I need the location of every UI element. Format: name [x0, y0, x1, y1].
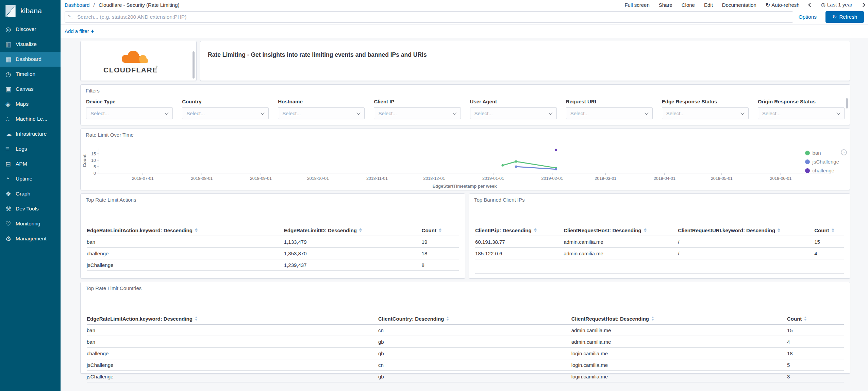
time-range-picker[interactable]: ◷Last 1 year: [821, 2, 852, 8]
time-back-chevron-icon[interactable]: [808, 3, 813, 7]
logo-panel-scrollbar[interactable]: [193, 51, 195, 79]
apm-nodes-icon: ⊟: [5, 160, 16, 168]
x-axis-title: EdgeStartTimestamp per week: [432, 184, 497, 189]
column-header-count[interactable]: Count: [422, 227, 459, 233]
add-filter-plus-icon[interactable]: +: [91, 28, 94, 35]
filters-grid: Device TypeSelect...CountrySelect...Host…: [81, 97, 850, 119]
filter-label-country: Country: [182, 99, 269, 104]
sidebar-item-machine-le[interactable]: ∴Machine Le...: [0, 112, 61, 126]
sort-up-arrow: [359, 228, 362, 230]
top-menu-share[interactable]: Share: [659, 2, 672, 8]
top-menu-full-screen[interactable]: Full screen: [624, 2, 649, 8]
sort-icon: [778, 228, 780, 233]
series-line-ban: [503, 162, 556, 168]
table-cell: admin.camilia.me: [571, 339, 787, 345]
graph-network-icon: ❖: [5, 190, 16, 198]
table-cell: /: [678, 239, 814, 245]
sidebar-item-graph[interactable]: ❖Graph: [0, 186, 61, 201]
table-row: challenge1,353,87018: [87, 248, 459, 259]
x-tick-label: 2019-04-01: [654, 176, 675, 181]
select-placeholder-text: Select...: [570, 111, 589, 116]
table-cell: challenge: [87, 351, 378, 356]
column-header-count[interactable]: Count: [814, 227, 844, 233]
options-link[interactable]: Options: [799, 14, 817, 20]
column-header-clientrequesthost-descending[interactable]: ClientRequestHost: Descending: [571, 316, 787, 322]
panel-cloudflare-logo: CLOUDFLARE ®: [80, 41, 197, 81]
sidebar-item-discover[interactable]: ◎Discover: [0, 22, 61, 37]
sidebar-item-label: APM: [16, 161, 27, 167]
sidebar-item-label: Machine Le...: [16, 116, 47, 122]
sidebar-item-management[interactable]: ⚙Management: [0, 231, 61, 246]
column-header-edgeratelimitaction-keyword-descending[interactable]: EdgeRateLimitAction.keyword: Descending: [87, 316, 378, 322]
sidebar-item-visualize[interactable]: ▥Visualize: [0, 37, 61, 52]
column-header-clientip-ip-descending[interactable]: ClientIP.ip: Descending: [475, 227, 564, 233]
select-placeholder-text: Select...: [90, 111, 109, 116]
breadcrumb-separator: /: [94, 2, 95, 8]
sidebar-item-canvas[interactable]: ▣Canvas: [0, 82, 61, 97]
auto-refresh-icon: ↻: [766, 2, 770, 8]
sort-up-arrow: [778, 228, 780, 230]
sidebar-item-label: Infrastructure: [16, 131, 47, 137]
legend-item-challenge[interactable]: challenge: [805, 168, 839, 173]
sidebar-item-label: Uptime: [16, 176, 32, 182]
filter-bar: Add a filter +: [61, 24, 868, 38]
column-header-clientrequesthost-descending[interactable]: ClientRequestHost: Descending: [564, 227, 678, 233]
sidebar-item-dashboard[interactable]: ▦Dashboard: [0, 52, 61, 67]
column-header-count[interactable]: Count: [787, 316, 844, 322]
refresh-button[interactable]: ↻ Refresh: [825, 11, 864, 23]
add-filter-link[interactable]: Add a filter: [65, 28, 89, 34]
chevron-down-icon: [165, 111, 168, 115]
column-header-label: Count: [787, 316, 802, 322]
chevron-down-icon: [549, 111, 552, 115]
sidebar-item-infrastructure[interactable]: ☁Infrastructure: [0, 126, 61, 141]
table-cell: jsChallenge: [87, 362, 378, 368]
column-header-clientcountry-descending[interactable]: ClientCountry: Descending: [378, 316, 571, 322]
filter-select-request-uri[interactable]: Select...: [566, 107, 653, 119]
sidebar-item-maps[interactable]: ◈Maps: [0, 97, 61, 112]
sidebar-item-label: Timelion: [16, 71, 35, 77]
sort-icon: [832, 228, 834, 233]
kibana-brand-text: kibana: [20, 7, 42, 15]
filters-panel-scrollbar[interactable]: [846, 98, 848, 108]
time-forward-chevron-icon[interactable]: [861, 3, 865, 7]
auto-refresh-button[interactable]: ↻Auto-refresh: [766, 2, 800, 8]
column-header-edgeratelimitid-descending[interactable]: EdgeRateLimitID: Descending: [284, 227, 422, 233]
select-placeholder-text: Select...: [282, 111, 301, 116]
breadcrumb-dashboard-link[interactable]: Dashboard: [65, 2, 89, 8]
top-menu-edit[interactable]: Edit: [704, 2, 713, 8]
x-tick-label: 2018-10-01: [307, 176, 329, 181]
chevron-down-icon: [261, 111, 265, 115]
sidebar-item-dev-tools[interactable]: ⚒Dev Tools: [0, 201, 61, 216]
sort-icon: [446, 317, 449, 321]
actions-panel-title: Top Rate Limit Actions: [81, 194, 465, 206]
table-cell: jsChallenge: [87, 262, 284, 268]
sidebar-item-logs[interactable]: ≡Logs: [0, 141, 61, 156]
sort-icon: [195, 228, 198, 233]
top-menu-clone[interactable]: Clone: [682, 2, 695, 8]
legend-item-ban[interactable]: ban: [805, 150, 839, 156]
filter-select-client-ip[interactable]: Select...: [374, 107, 461, 119]
sidebar-item-apm[interactable]: ⊟APM: [0, 156, 61, 171]
machine-learning-icon: ∴: [5, 115, 16, 123]
column-header-clientrequesturi-keyword-descending[interactable]: ClientRequestURI.keyword: Descending: [678, 227, 814, 233]
legend-item-jschallenge[interactable]: jsChallenge: [805, 159, 839, 165]
filter-select-user-agent[interactable]: Select...: [470, 107, 557, 119]
filter-select-edge-response-status[interactable]: Select...: [662, 107, 749, 119]
search-input[interactable]: [65, 11, 793, 23]
top-menu-documentation[interactable]: Documentation: [722, 2, 756, 8]
table-cell: admin.camilia.me: [564, 251, 678, 256]
filter-select-device-type[interactable]: Select...: [86, 107, 173, 119]
sort-down-arrow: [651, 319, 654, 321]
filter-select-origin-response-status[interactable]: Select...: [758, 107, 845, 119]
sidebar-item-monitoring[interactable]: ♡Monitoring: [0, 216, 61, 231]
legend-expand-icon[interactable]: ›: [841, 149, 847, 155]
filter-select-hostname[interactable]: Select...: [278, 107, 365, 119]
sidebar-item-timelion[interactable]: ◷Timelion: [0, 67, 61, 82]
monitoring-heart-icon: ♡: [5, 220, 16, 228]
column-header-edgeratelimitaction-keyword-descending[interactable]: EdgeRateLimitAction.keyword: Descending: [87, 227, 284, 233]
sidebar-item-uptime[interactable]: ◔Uptime: [0, 171, 61, 186]
column-header-label: ClientRequestURI.keyword: Descending: [678, 227, 775, 233]
breadcrumb-current: Cloudflare - Security (Rate Limiting): [99, 2, 180, 8]
filter-select-country[interactable]: Select...: [182, 107, 269, 119]
kibana-logo[interactable]: kibana: [0, 0, 61, 22]
